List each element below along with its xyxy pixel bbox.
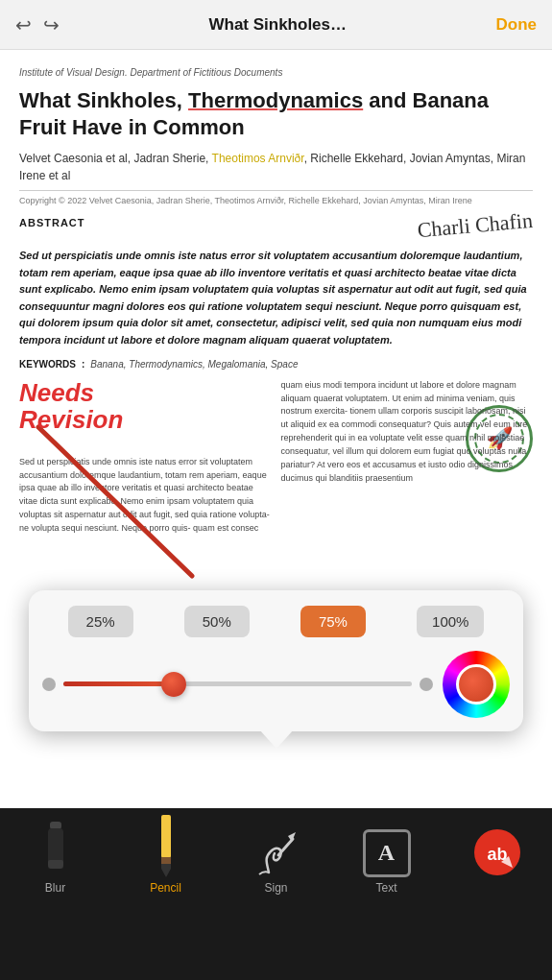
signature: Charli Chafin [416,208,533,243]
abnl-icon-wrap: ab [472,820,522,877]
popup-container: 25% 50% 75% 100% [19,590,533,808]
slider-thumb[interactable] [161,672,186,697]
undo-icon[interactable]: ↩ [15,13,32,36]
needs-revision-annotation: NeedsRevision [19,379,123,434]
body-left-text: Sed ut perspiciatis unde omnis iste natu… [19,456,272,537]
keywords-label: KEYWORDS [19,359,76,370]
pct-25-button[interactable]: 25% [68,606,133,637]
page-title: What Sinkholes… [208,15,347,35]
text-label: Text [375,881,396,895]
pencil-label: Pencil [150,881,181,895]
tool-text[interactable]: A Text [348,820,425,895]
done-button[interactable]: Done [495,15,537,35]
pct-100-button[interactable]: 100% [417,606,484,637]
blur-icon-wrap [42,820,69,877]
pct-75-button[interactable]: 75% [300,606,366,637]
tool-abnl[interactable]: ab [459,820,536,881]
sign-icon [250,825,302,877]
body-right: quam eius modi tempora incidunt ut labor… [281,379,534,581]
needs-revision-text: NeedsRevision [19,379,123,434]
highlighted-author: Theotimos Arnviðr [212,152,304,165]
abnl-logo-icon: ab [472,827,522,877]
blur-icon [42,822,69,877]
doc-title: What Sinkholes, Thermodynamics and Banan… [19,87,533,140]
top-bar: ↩ ↪ What Sinkholes… Done [0,0,552,50]
pencil-icon [157,815,175,877]
text-icon: A [363,829,411,877]
doc-content: Institute of Visual Design. Department o… [0,50,552,808]
popup-bubble: 25% 50% 75% 100% [29,590,523,731]
sign-label: Sign [264,881,287,895]
svg-rect-3 [48,860,63,869]
svg-rect-4 [161,815,171,858]
body-right-text: quam eius modi tempora incidunt ut labor… [281,379,534,487]
blur-label: Blur [45,881,65,895]
tool-pencil[interactable]: Pencil [128,820,204,895]
pct-50-button[interactable]: 50% [184,606,250,637]
keywords-text: Banana, Thermodynamics, Megalomania, Spa… [90,359,298,370]
title-part1: What Sinkholes, [19,88,188,112]
sign-icon-wrap [250,820,302,877]
title-underline: Thermodynamics [188,88,363,112]
doc-copyright: Copyright © 2022 Velvet Caesonia, Jadran… [19,190,533,205]
text-icon-letter: A [378,840,395,866]
svg-rect-1 [50,822,61,829]
redo-icon[interactable]: ↪ [43,13,60,36]
tool-blur[interactable]: Blur [17,820,94,895]
nav-buttons: ↩ ↪ [15,13,60,36]
document-area: Institute of Visual Design. Department o… [0,50,552,808]
authors-text: Velvet Caesonia et al, Jadran Sherie, [19,152,212,165]
tool-sign[interactable]: Sign [238,820,315,895]
bottom-toolbar: Blur Pencil Sign A [0,808,552,919]
color-wheel[interactable] [443,651,510,718]
svg-rect-6 [161,864,171,869]
slider-color-row [42,651,510,718]
abstract-label: ABSTRACT [19,217,85,228]
slider-left-dot [42,678,56,691]
color-wheel-selected [456,664,496,705]
slider-track[interactable] [63,681,412,686]
keywords-row: KEYWORDS: Banana, Thermodynamics, Megalo… [19,359,533,370]
body-left: NeedsRevision Sed ut perspiciatis unde o… [19,379,272,581]
abstract-row: ABSTRACT Charli Chafin [19,217,533,242]
institute-label: Institute of Visual Design. Department o… [19,67,533,78]
pencil-icon-wrap [157,820,175,877]
slider-right-dot [420,678,433,691]
svg-marker-7 [161,869,171,877]
doc-authors: Velvet Caesonia et al, Jadran Sherie, Th… [19,150,533,184]
percent-row: 25% 50% 75% 100% [42,606,510,637]
svg-rect-5 [161,857,171,865]
body-content: NeedsRevision Sed ut perspiciatis unde o… [19,379,533,590]
slider-area [42,678,433,691]
abstract-text: Sed ut perspiciatis unde omnis iste natu… [19,248,533,349]
slider-fill [63,681,168,686]
text-icon-wrap: A [363,820,411,877]
